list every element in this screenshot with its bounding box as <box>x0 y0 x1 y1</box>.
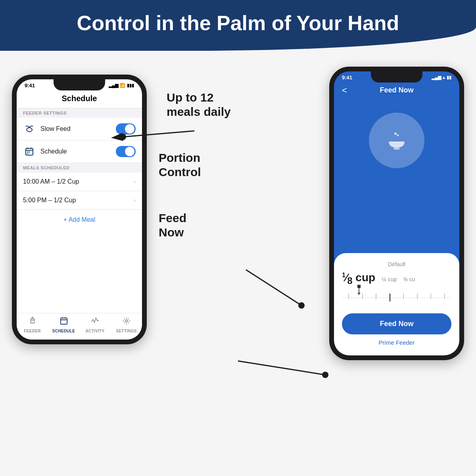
annotation-portion-line2: Control <box>159 165 321 179</box>
notch-right <box>371 71 422 83</box>
tab-feeder[interactable]: FEEDER <box>17 317 48 333</box>
tab-schedule-label: SCHEDULE <box>52 329 75 333</box>
svg-rect-12 <box>60 318 67 324</box>
schedule-label: Schedule <box>40 148 111 155</box>
left-phone-screen: 9:41 ▂▄▆ 📶 ▮▮▮ Schedule FEEDER SETTINGS <box>17 79 142 340</box>
meal-row-1[interactable]: 10:00 AM – 1/2 Cup › <box>17 173 142 191</box>
bowl-circle <box>369 113 424 168</box>
slow-feed-row[interactable]: Slow Feed <box>17 118 142 140</box>
meal-text-2: 5:00 PM – 1/2 Cup <box>23 197 76 204</box>
annotation-portion: Portion Control <box>159 151 321 179</box>
annotation-meals-line1: Up to 12 <box>167 90 321 105</box>
wifi-icon-right: ▴ <box>443 75 445 80</box>
feeder-tab-icon <box>28 317 37 327</box>
annotation-feed: Feed Now <box>159 211 321 240</box>
svg-point-25 <box>322 372 328 378</box>
back-button[interactable]: < <box>342 85 347 96</box>
svg-rect-8 <box>31 319 34 323</box>
annotation-feed-line2: Now <box>159 225 321 240</box>
add-meal-button[interactable]: + Add Meal <box>17 210 142 230</box>
annotation-meals: Up to 12 meals daily <box>167 90 321 119</box>
tab-settings-label: SETTINGS <box>116 329 136 333</box>
right-nav: < Feed Now <box>334 82 459 101</box>
bottom-panel: Default 1⁄8 cup ¼ cup ⅜ cu <box>334 253 459 355</box>
settings-tab-icon <box>122 317 131 327</box>
tick-3 <box>376 294 376 299</box>
slow-feed-label: Slow Feed <box>40 125 111 132</box>
feed-now-title: Feed Now <box>380 86 413 94</box>
slow-feed-icon <box>23 123 36 135</box>
header-title: Control in the Palm of Your Hand <box>16 11 460 35</box>
schedule-icon <box>23 145 36 158</box>
meals-scheduled-header: MEALS SCHEDULED <box>17 163 142 173</box>
notch-left <box>54 79 105 90</box>
tick-1 <box>348 294 349 299</box>
annotation-feed-line1: Feed <box>159 211 321 225</box>
status-icons-right: ▂▄▆ ▴ ▮▮ <box>432 75 451 80</box>
tab-activity-label: ACTIVITY <box>86 329 105 333</box>
slider-area[interactable] <box>342 290 451 305</box>
tab-feeder-label: FEEDER <box>24 329 40 333</box>
left-phone: 9:41 ▂▄▆ 📶 ▮▮▮ Schedule FEEDER SETTINGS <box>12 75 147 344</box>
activity-tab-icon <box>91 317 100 327</box>
annotation-portion-line1: Portion <box>159 151 321 165</box>
status-icons-left: ▂▄▆ 📶 ▮▮▮ <box>109 83 134 88</box>
tick-active <box>390 294 390 301</box>
feeder-settings-header: FEEDER SETTINGS <box>17 108 142 118</box>
meal-row-2[interactable]: 5:00 PM – 1/2 Cup › <box>17 191 142 210</box>
tick-7 <box>430 294 431 299</box>
tick-8 <box>444 294 445 299</box>
default-label: Default <box>342 261 451 267</box>
svg-point-0 <box>27 128 32 132</box>
svg-point-18 <box>397 134 399 136</box>
svg-point-16 <box>125 320 128 322</box>
annotations: Up to 12 meals daily Portion Control Fee… <box>155 67 321 240</box>
svg-point-17 <box>394 132 397 135</box>
schedule-title: Schedule <box>17 90 142 108</box>
portion-display: 1⁄8 cup ¼ cup ⅜ cu <box>342 271 451 286</box>
tick-2 <box>362 294 363 299</box>
tab-schedule[interactable]: SCHEDULE <box>48 317 79 333</box>
portion-options: ¼ cup ⅜ cu <box>382 276 415 282</box>
schedule-tab-icon <box>60 317 68 327</box>
signal-icon-right: ▂▄▆ <box>432 75 441 80</box>
tick-5 <box>403 294 404 299</box>
annotation-meals-line2: meals daily <box>167 105 321 119</box>
battery-icon-right: ▮▮ <box>447 75 451 80</box>
portion-quarter: ¼ cup <box>382 276 397 282</box>
tick-6 <box>417 294 418 299</box>
tab-activity[interactable]: ACTIVITY <box>79 317 111 333</box>
signal-icon: ▂▄▆ <box>109 83 118 88</box>
main-content: 9:41 ▂▄▆ 📶 ▮▮▮ Schedule FEEDER SETTINGS <box>0 51 476 368</box>
tab-settings[interactable]: SETTINGS <box>111 317 142 333</box>
portion-selected: 1⁄8 cup <box>342 271 375 286</box>
wifi-icon: 📶 <box>120 83 125 88</box>
right-phone: 9:41 ▂▄▆ ▴ ▮▮ < Feed Now <box>329 67 464 360</box>
bowl-area <box>334 101 459 184</box>
right-phone-screen: 9:41 ▂▄▆ ▴ ▮▮ < Feed Now <box>334 71 459 355</box>
svg-rect-19 <box>393 148 400 150</box>
schedule-row[interactable]: Schedule <box>17 140 142 163</box>
feed-now-button[interactable]: Feed Now <box>342 313 451 334</box>
tab-bar: FEEDER SCHEDULE <box>17 313 142 340</box>
battery-icon: ▮▮▮ <box>127 83 134 88</box>
chevron-2: › <box>134 197 136 204</box>
slow-feed-toggle[interactable] <box>116 123 136 134</box>
meal-text-1: 10:00 AM – 1/2 Cup <box>23 178 79 185</box>
chevron-1: › <box>134 178 136 185</box>
schedule-toggle[interactable] <box>116 146 136 157</box>
time-left: 9:41 <box>25 83 35 88</box>
time-right: 9:41 <box>342 75 352 81</box>
header: Control in the Palm of Your Hand <box>0 0 476 51</box>
prime-feeder-link[interactable]: Prime Feeder <box>342 339 451 346</box>
portion-three-eighths: ⅜ cu <box>403 276 415 282</box>
